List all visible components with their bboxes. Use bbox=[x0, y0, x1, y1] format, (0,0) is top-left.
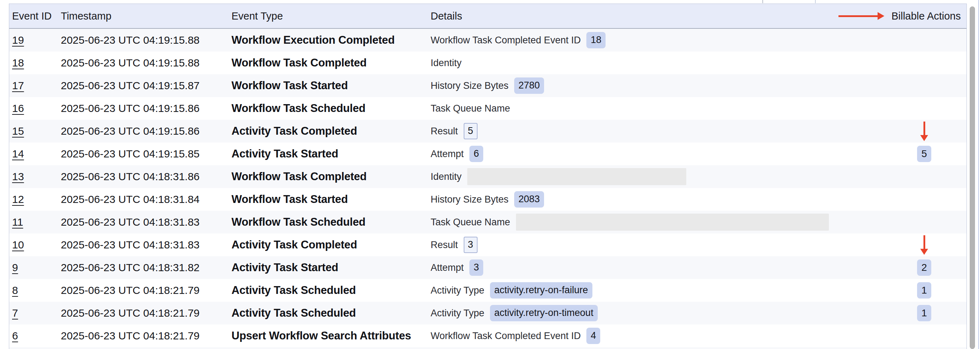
event-id-link[interactable]: 7 bbox=[12, 307, 18, 319]
table-row[interactable]: 15 2025-06-23 UTC 04:19:15.86 Activity T… bbox=[9, 120, 966, 143]
detail-label: Task Queue Name bbox=[431, 217, 510, 228]
table-row[interactable]: 18 2025-06-23 UTC 04:19:15.88 Workflow T… bbox=[9, 52, 966, 74]
detail-label: Workflow Task Completed Event ID bbox=[431, 35, 581, 46]
event-details: Attempt 3 bbox=[431, 259, 836, 275]
event-type: Activity Task Started bbox=[231, 261, 431, 274]
event-history-table: Event ID Timestamp Event Type Details Bi… bbox=[9, 3, 967, 349]
event-timestamp: 2025-06-23 UTC 04:18:21.79 bbox=[61, 284, 231, 297]
event-type: Activity Task Scheduled bbox=[231, 307, 431, 319]
detail-label: Activity Type bbox=[431, 285, 484, 296]
event-timestamp: 2025-06-23 UTC 04:18:21.79 bbox=[61, 330, 231, 342]
billable-count-badge: 1 bbox=[917, 282, 931, 298]
column-header-timestamp: Timestamp bbox=[61, 10, 231, 22]
detail-value-badge: 3 bbox=[469, 259, 483, 275]
billable-actions-cell bbox=[836, 235, 966, 255]
detail-label: Workflow Task Completed Event ID bbox=[431, 330, 581, 341]
event-details: Workflow Task Completed Event ID 4 bbox=[431, 328, 836, 344]
event-timestamp: 2025-06-23 UTC 04:18:31.84 bbox=[61, 194, 231, 205]
billable-actions-label: Billable Actions bbox=[891, 10, 961, 22]
event-type: Upsert Workflow Search Attributes bbox=[231, 330, 431, 342]
event-details: History Size Bytes 2780 bbox=[431, 78, 836, 94]
table-row[interactable]: 19 2025-06-23 UTC 04:19:15.88 Workflow E… bbox=[9, 29, 966, 52]
event-type: Workflow Task Completed bbox=[231, 57, 431, 69]
event-timestamp: 2025-06-23 UTC 04:18:21.79 bbox=[61, 307, 231, 319]
detail-value-badge: 3 bbox=[464, 237, 477, 253]
event-timestamp: 2025-06-23 UTC 04:19:15.85 bbox=[61, 148, 231, 160]
detail-label: Task Queue Name bbox=[431, 103, 510, 114]
table-header-row: Event ID Timestamp Event Type Details Bi… bbox=[9, 4, 966, 29]
table-row[interactable]: 14 2025-06-23 UTC 04:19:15.85 Activity T… bbox=[9, 143, 966, 165]
event-details: Activity Type activity.retry-on-timeout bbox=[431, 305, 836, 321]
event-id-link[interactable]: 15 bbox=[12, 125, 24, 137]
detail-label: History Size Bytes bbox=[431, 194, 509, 205]
event-id-link[interactable]: 6 bbox=[12, 330, 18, 341]
event-id-link[interactable]: 13 bbox=[12, 171, 24, 182]
billable-actions-cell: 2 bbox=[836, 259, 966, 276]
billable-count-badge: 5 bbox=[917, 146, 931, 162]
detail-label: Activity Type bbox=[431, 308, 484, 319]
table-row[interactable]: 11 2025-06-23 UTC 04:18:31.83 Workflow T… bbox=[9, 211, 966, 233]
detail-label: Identity bbox=[431, 57, 461, 68]
detail-label: Attempt bbox=[431, 149, 464, 160]
column-header-event-type: Event Type bbox=[231, 10, 431, 22]
event-id-link[interactable]: 9 bbox=[12, 262, 18, 273]
detail-value-badge: 2083 bbox=[514, 191, 544, 207]
event-details: Workflow Task Completed Event ID 18 bbox=[431, 32, 836, 48]
detail-value-redacted bbox=[467, 168, 686, 185]
detail-value-badge: 18 bbox=[586, 32, 606, 48]
billable-actions-cell: 1 bbox=[836, 305, 966, 321]
billable-actions-cell bbox=[836, 122, 966, 141]
table-row[interactable]: 8 2025-06-23 UTC 04:18:21.79 Activity Ta… bbox=[9, 279, 966, 302]
detail-value-redacted bbox=[516, 214, 829, 231]
column-header-details: Details bbox=[431, 10, 836, 22]
event-details: Identity bbox=[431, 168, 836, 185]
event-id-link[interactable]: 8 bbox=[12, 284, 18, 296]
table-row[interactable]: 10 2025-06-23 UTC 04:18:31.83 Activity T… bbox=[9, 233, 966, 256]
table-row[interactable]: 13 2025-06-23 UTC 04:18:31.86 Workflow T… bbox=[9, 165, 966, 188]
event-timestamp: 2025-06-23 UTC 04:19:15.86 bbox=[61, 102, 231, 114]
billable-count-badge: 2 bbox=[917, 259, 931, 276]
event-id-link[interactable]: 14 bbox=[12, 148, 24, 160]
event-id-link[interactable]: 18 bbox=[12, 57, 24, 68]
event-timestamp: 2025-06-23 UTC 04:18:31.83 bbox=[61, 239, 231, 251]
event-type: Workflow Task Started bbox=[231, 193, 431, 206]
event-id-link[interactable]: 12 bbox=[12, 194, 24, 205]
table-row[interactable]: 9 2025-06-23 UTC 04:18:31.82 Activity Ta… bbox=[9, 256, 966, 279]
detail-label: History Size Bytes bbox=[431, 80, 509, 91]
event-id-link[interactable]: 19 bbox=[12, 34, 24, 46]
table-row[interactable]: 16 2025-06-23 UTC 04:19:15.86 Workflow T… bbox=[9, 97, 966, 120]
event-details: Attempt 6 bbox=[431, 146, 836, 162]
viewport-right-border bbox=[978, 0, 979, 349]
partial-next-row bbox=[9, 347, 966, 349]
detail-value-badge: 6 bbox=[469, 146, 483, 162]
vertical-scrollbar-thumb[interactable] bbox=[970, 6, 975, 349]
event-details: Result 3 bbox=[431, 237, 836, 253]
table-row[interactable]: 17 2025-06-23 UTC 04:19:15.87 Workflow T… bbox=[9, 74, 966, 97]
event-timestamp: 2025-06-23 UTC 04:19:15.87 bbox=[61, 79, 231, 92]
detail-value-badge: activity.retry-on-failure bbox=[490, 282, 592, 298]
detail-value-badge: 5 bbox=[464, 123, 477, 139]
table-row[interactable]: 7 2025-06-23 UTC 04:18:21.79 Activity Ta… bbox=[9, 302, 966, 324]
event-details: Result 5 bbox=[431, 123, 836, 139]
billable-actions-cell: 1 bbox=[836, 282, 966, 298]
event-type: Workflow Task Completed bbox=[231, 170, 431, 183]
detail-value-badge: 2780 bbox=[514, 78, 544, 94]
event-type: Workflow Execution Completed bbox=[231, 34, 431, 46]
column-header-billable-actions: Billable Actions bbox=[836, 10, 966, 22]
event-details: Task Queue Name bbox=[431, 103, 836, 114]
red-arrow-right-icon bbox=[838, 12, 885, 20]
table-row[interactable]: 6 2025-06-23 UTC 04:18:21.79 Upsert Work… bbox=[9, 324, 966, 347]
event-timestamp: 2025-06-23 UTC 04:19:15.88 bbox=[61, 57, 231, 69]
event-id-link[interactable]: 16 bbox=[12, 102, 24, 114]
detail-value-badge: 4 bbox=[586, 328, 600, 344]
table-row[interactable]: 12 2025-06-23 UTC 04:18:31.84 Workflow T… bbox=[9, 188, 966, 211]
red-arrow-down-icon bbox=[920, 235, 928, 255]
event-id-link[interactable]: 10 bbox=[12, 239, 24, 251]
event-id-link[interactable]: 11 bbox=[12, 216, 23, 228]
event-timestamp: 2025-06-23 UTC 04:18:31.86 bbox=[61, 171, 231, 183]
event-details: Identity bbox=[431, 57, 836, 68]
event-details: Task Queue Name bbox=[431, 214, 836, 231]
event-type: Activity Task Started bbox=[231, 148, 431, 160]
event-details: Activity Type activity.retry-on-failure bbox=[431, 282, 836, 298]
event-id-link[interactable]: 17 bbox=[12, 79, 24, 91]
